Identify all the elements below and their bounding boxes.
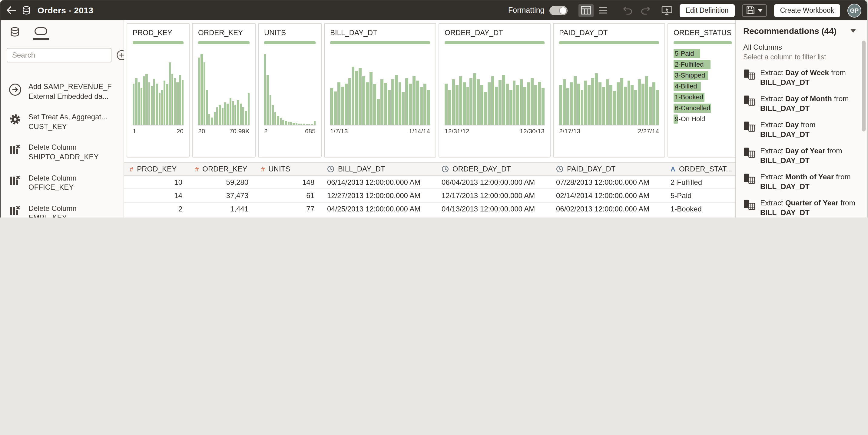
clock-icon bbox=[441, 165, 449, 173]
scrollbar-thumb[interactable] bbox=[862, 40, 866, 131]
card-column-name: ORDER_DAY_DT bbox=[444, 29, 545, 37]
avatar[interactable]: GP bbox=[847, 3, 861, 17]
redo-icon[interactable] bbox=[640, 6, 651, 14]
table-row[interactable]: 753,3882201/17/2013 12:00:00.000 AM01/01… bbox=[124, 216, 735, 218]
toggle-knob bbox=[559, 6, 567, 14]
quality-bar bbox=[444, 41, 545, 44]
extract-column-icon bbox=[743, 199, 755, 213]
card-column-name: BILL_DAY_DT bbox=[330, 29, 430, 37]
prep-step[interactable]: Set Treat As, Aggregat...CUST_KEY bbox=[1, 113, 124, 131]
value-bar[interactable]: 2-Fulfilled bbox=[674, 60, 732, 69]
tab-data[interactable] bbox=[8, 25, 22, 40]
table-cell: 59,280 bbox=[190, 178, 256, 186]
histogram-min-label: 20 bbox=[198, 127, 205, 134]
column-card-prod_key[interactable]: PROD_KEY120 bbox=[127, 23, 190, 157]
column-card-bill_day_dt[interactable]: BILL_DAY_DT1/7/131/14/14 bbox=[324, 23, 436, 157]
extract-column-icon bbox=[743, 121, 755, 134]
column-card-units[interactable]: UNITS2685 bbox=[258, 23, 322, 157]
table-cell: 04/13/2013 12:00:00.000 AM bbox=[436, 205, 551, 214]
table-cell: 02/14/2014 12:00:00.000 AM bbox=[551, 191, 665, 200]
save-menu[interactable] bbox=[742, 4, 767, 17]
column-header-label: ORDER_KEY bbox=[202, 165, 247, 173]
column-card-paid_day_dt[interactable]: PAID_DAY_DT2/17/132/27/14 bbox=[553, 23, 665, 157]
formatting-label: Formatting bbox=[508, 6, 545, 14]
table-cell: 04/25/2013 12:00:00.000 AM bbox=[322, 205, 436, 214]
value-bar[interactable]: 6-Cancelled bbox=[674, 103, 732, 113]
card-column-name: PROD_KEY bbox=[133, 29, 184, 37]
table-row[interactable]: 21,4417704/25/2013 12:00:00.000 AM04/13/… bbox=[124, 203, 735, 217]
column-header-prod-key[interactable]: #PROD_KEY bbox=[124, 163, 190, 175]
search-input[interactable] bbox=[7, 48, 112, 62]
table-cell: 12/27/2013 12:00:00.000 AM bbox=[322, 191, 436, 200]
present-icon[interactable] bbox=[661, 6, 672, 15]
recommendations-filter-hint: Select a column to filter list bbox=[743, 53, 862, 61]
add-step-icon bbox=[8, 83, 22, 96]
histogram-max-label: 2/27/14 bbox=[638, 127, 659, 134]
clock-icon bbox=[327, 165, 334, 173]
dataset-editor-main: PROD_KEY120ORDER_KEY2070.99KUNITS2685BIL… bbox=[124, 20, 735, 218]
prep-step[interactable]: Add SAMP_REVENUE_FExternal Embedded da..… bbox=[1, 83, 124, 101]
properties-sidebar: Add SAMP_REVENUE_FExternal Embedded da..… bbox=[1, 20, 124, 218]
column-card-order_day_dt[interactable]: ORDER_DAY_DT12/31/1212/30/13 bbox=[438, 23, 551, 157]
formatting-toggle[interactable] bbox=[549, 6, 567, 15]
value-bar[interactable]: 3-Shipped bbox=[674, 71, 732, 80]
column-header-bill-day-dt[interactable]: BILL_DAY_DT bbox=[322, 163, 436, 175]
prep-step-label: Delete ColumnOFFICE_KEY bbox=[28, 174, 76, 192]
extract-column-icon bbox=[743, 173, 755, 187]
column-cards: PROD_KEY120ORDER_KEY2070.99KUNITS2685BIL… bbox=[124, 20, 735, 157]
list-view-icon[interactable] bbox=[595, 4, 611, 17]
recommendation-item[interactable]: Extract Quarter of Year from BILL_DAY_DT bbox=[743, 199, 862, 218]
recommendation-item[interactable]: Extract Month of Year from BILL_DAY_DT bbox=[743, 173, 862, 191]
tab-preparation-script[interactable] bbox=[33, 25, 49, 40]
table-cell: 14 bbox=[124, 191, 190, 200]
recommendation-item[interactable]: Extract Day from BILL_DAY_DT bbox=[743, 121, 862, 139]
column-header-order-key[interactable]: #ORDER_KEY bbox=[190, 163, 256, 175]
recommendation-item[interactable]: Extract Day of Year from BILL_DAY_DT bbox=[743, 147, 862, 165]
column-card-order_status[interactable]: ORDER_STATUS5-Paid2-Fulfilled3-Shipped4-… bbox=[668, 23, 738, 157]
histogram-min-label: 1/7/13 bbox=[330, 127, 348, 134]
value-bar[interactable]: 9-On Hold bbox=[674, 115, 732, 124]
recommendations-filter-title: All Columns bbox=[743, 43, 862, 52]
text-type-icon: A bbox=[671, 165, 675, 173]
histogram-min-label: 1 bbox=[133, 127, 136, 134]
prep-step-label: Delete ColumnEMPL_KEY bbox=[28, 204, 76, 218]
value-bar[interactable]: 4-Billed bbox=[674, 82, 732, 91]
histogram-max-label: 20 bbox=[177, 127, 184, 134]
value-bar[interactable]: 1-Booked bbox=[674, 93, 732, 102]
prep-step[interactable]: Delete ColumnEMPL_KEY bbox=[1, 204, 124, 218]
card-column-name: PAID_DAY_DT bbox=[559, 29, 659, 37]
recommendation-text: Extract Day of Month from BILL_DAY_DT bbox=[760, 94, 862, 113]
grid-view-icon[interactable] bbox=[579, 4, 594, 17]
column-header-units[interactable]: #UNITS bbox=[256, 163, 322, 175]
collapse-chevron-icon[interactable] bbox=[850, 29, 862, 33]
prep-step[interactable]: Delete ColumnSHIPTO_ADDR_KEY bbox=[1, 143, 124, 162]
column-card-order_key[interactable]: ORDER_KEY2070.99K bbox=[192, 23, 256, 157]
recommendation-text: Extract Day of Year from BILL_DAY_DT bbox=[760, 147, 862, 165]
table-body: 1059,28014806/14/2013 12:00:00.000 AM06/… bbox=[124, 176, 735, 218]
column-header-order-day-dt[interactable]: ORDER_DAY_DT bbox=[436, 163, 551, 175]
undo-icon[interactable] bbox=[623, 6, 633, 14]
column-header-order-stat-[interactable]: AORDER_STAT... bbox=[665, 163, 735, 175]
table-row[interactable]: 1059,28014806/14/2013 12:00:00.000 AM06/… bbox=[124, 176, 735, 189]
app-window: Orders - 2013 Formatting bbox=[0, 0, 867, 218]
value-bar[interactable]: 5-Paid bbox=[674, 49, 732, 58]
column-header-paid-day-dt[interactable]: PAID_DAY_DT bbox=[551, 163, 665, 175]
histogram bbox=[559, 54, 659, 125]
table-cell: 148 bbox=[256, 178, 322, 186]
recommendation-item[interactable]: Extract Day of Month from BILL_DAY_DT bbox=[743, 94, 862, 113]
table-cell: 06/02/2013 12:00:00.000 AM bbox=[551, 205, 665, 214]
quality-bar bbox=[674, 41, 732, 44]
edit-definition-button[interactable]: Edit Definition bbox=[680, 4, 735, 17]
prep-step[interactable]: Delete ColumnOFFICE_KEY bbox=[1, 174, 124, 192]
delete-column-icon bbox=[8, 143, 22, 155]
table-row[interactable]: 1437,4736112/27/2013 12:00:00.000 AM12/1… bbox=[124, 189, 735, 203]
back-icon[interactable] bbox=[6, 6, 17, 14]
clock-icon bbox=[556, 165, 563, 173]
create-workbook-button[interactable]: Create Workbook bbox=[774, 4, 840, 17]
topbar: Orders - 2013 Formatting bbox=[1, 1, 867, 20]
quality-bar bbox=[559, 41, 659, 44]
recommendation-item[interactable]: Extract Day of Week from BILL_DAY_DT bbox=[743, 68, 862, 87]
recommendation-text: Extract Month of Year from BILL_DAY_DT bbox=[760, 173, 862, 191]
histogram bbox=[330, 54, 430, 125]
top-values-list: 5-Paid2-Fulfilled3-Shipped4-Billed1-Book… bbox=[674, 49, 732, 125]
